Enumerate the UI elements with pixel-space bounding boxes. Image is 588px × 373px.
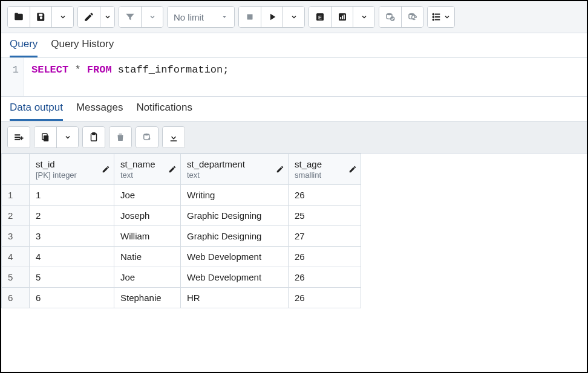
save-icon [36, 11, 47, 22]
cell-st_age[interactable]: 26 [289, 185, 361, 206]
pencil-icon[interactable] [348, 165, 357, 174]
cell-st_age[interactable]: 25 [289, 206, 361, 226]
cell-st_name[interactable]: William [114, 226, 181, 247]
copy-icon [40, 132, 51, 143]
stop-button[interactable] [239, 7, 261, 27]
execute-dropdown[interactable] [283, 7, 304, 27]
copy-button[interactable] [34, 127, 56, 148]
tab-query[interactable]: Query [10, 38, 38, 57]
download-group [162, 126, 185, 148]
cell-st_department[interactable]: Graphic Designing [181, 226, 289, 247]
cell-st_department[interactable]: Graphic Designing [181, 206, 289, 226]
explain-icon: E [315, 11, 325, 22]
paste-button[interactable] [83, 127, 105, 148]
save-button[interactable] [30, 7, 51, 27]
delete-button[interactable] [109, 127, 131, 148]
transaction-group [379, 6, 423, 28]
filter-button[interactable] [119, 7, 141, 27]
cell-st_name[interactable]: Joe [114, 185, 181, 206]
edit-button[interactable] [78, 7, 100, 27]
column-name: st_age [295, 159, 322, 169]
download-button[interactable] [163, 127, 185, 148]
save-data-button[interactable] [136, 127, 158, 148]
column-type: text [120, 170, 174, 180]
limit-label: No limit [174, 12, 204, 22]
savedata-group [136, 126, 158, 148]
explain-button[interactable]: E [309, 7, 331, 27]
column-header-st_id[interactable]: st_id[PK] integer [30, 154, 114, 185]
tab-query-history[interactable]: Query History [51, 38, 114, 57]
cell-st_department[interactable]: Web Development [181, 247, 289, 267]
svg-text:E: E [318, 15, 322, 21]
filter-dropdown[interactable] [141, 7, 163, 27]
cell-st_id[interactable]: 5 [30, 267, 114, 288]
edit-dropdown[interactable] [100, 7, 114, 27]
paste-group [82, 126, 105, 148]
table-row[interactable]: 22JosephGraphic Designing25 [2, 206, 361, 226]
query-tabs: Query Query History [1, 33, 587, 58]
sql-editor[interactable]: 1 SELECT * FROM staff_information; [1, 58, 587, 97]
tab-data-output[interactable]: Data output [10, 102, 63, 121]
cell-st_department[interactable]: Writing [181, 185, 289, 206]
column-name: st_department [187, 159, 245, 169]
cell-st_department[interactable]: Web Development [181, 267, 289, 288]
explain-dropdown[interactable] [353, 7, 374, 27]
column-header-st_department[interactable]: st_departmenttext [181, 154, 289, 185]
db-check-icon [385, 11, 396, 22]
cell-st_age[interactable]: 26 [289, 267, 361, 288]
cell-st_id[interactable]: 3 [30, 226, 114, 247]
column-name: st_id [36, 159, 55, 169]
svg-point-7 [387, 13, 392, 15]
explain-group: E [309, 6, 375, 28]
open-file-button[interactable] [8, 7, 30, 27]
rollback-button[interactable] [401, 7, 423, 27]
column-header-st_age[interactable]: st_agesmallint [289, 154, 361, 185]
column-name: st_name [120, 159, 155, 169]
cell-st_id[interactable]: 1 [30, 185, 114, 206]
save-dropdown[interactable] [51, 7, 73, 27]
cell-st_id[interactable]: 4 [30, 247, 114, 267]
result-toolbar [1, 122, 587, 154]
delete-group [109, 126, 132, 148]
limit-group: No limit [167, 6, 235, 28]
sql-code[interactable]: SELECT * FROM staff_information; [24, 58, 236, 96]
macros-group [427, 6, 455, 28]
svg-point-25 [144, 134, 149, 135]
cell-st_name[interactable]: Joseph [114, 206, 181, 226]
row-number: 2 [2, 206, 30, 226]
tab-notifications[interactable]: Notifications [136, 102, 192, 121]
table-row[interactable]: 44NatieWeb Development26 [2, 247, 361, 267]
result-tabs: Data output Messages Notifications [1, 97, 587, 122]
svg-point-15 [433, 19, 434, 21]
copy-dropdown[interactable] [56, 127, 78, 148]
cell-st_name[interactable]: Stephanie [114, 288, 181, 308]
svg-rect-24 [93, 133, 96, 135]
add-row-button[interactable] [8, 127, 30, 148]
cell-st_id[interactable]: 2 [30, 206, 114, 226]
table-row[interactable]: 11JoeWriting26 [2, 185, 361, 206]
table-row[interactable]: 33WilliamGraphic Designing27 [2, 226, 361, 247]
cell-st_age[interactable]: 27 [289, 226, 361, 247]
commit-button[interactable] [379, 7, 401, 27]
pencil-icon[interactable] [102, 165, 110, 174]
tab-messages[interactable]: Messages [76, 102, 123, 121]
cell-st_age[interactable]: 26 [289, 247, 361, 267]
cell-st_name[interactable]: Natie [114, 247, 181, 267]
macros-button[interactable] [428, 7, 454, 27]
table-row[interactable]: 55JoeWeb Development26 [2, 267, 361, 288]
explain-analyze-button[interactable] [331, 7, 353, 27]
cell-st_id[interactable]: 6 [30, 288, 114, 308]
cell-st_department[interactable]: HR [181, 288, 289, 308]
column-type: [PK] integer [36, 170, 108, 180]
filter-icon [125, 11, 136, 22]
cell-st_age[interactable]: 26 [289, 288, 361, 308]
pencil-icon[interactable] [276, 165, 284, 174]
limit-dropdown[interactable]: No limit [168, 7, 234, 27]
cell-st_name[interactable]: Joe [114, 267, 181, 288]
svg-rect-27 [171, 140, 177, 141]
execute-button[interactable] [261, 7, 283, 27]
column-header-st_name[interactable]: st_nametext [114, 154, 181, 185]
pencil-icon[interactable] [168, 165, 177, 174]
table-row[interactable]: 66StephanieHR26 [2, 288, 361, 308]
row-number: 6 [2, 288, 30, 308]
